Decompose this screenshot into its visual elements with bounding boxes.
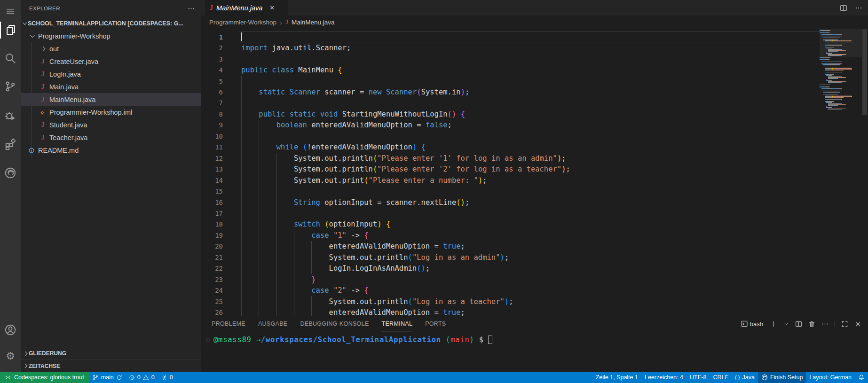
indent-guide <box>276 186 294 196</box>
line-number: 6 <box>201 88 223 96</box>
code-editor[interactable]: 12import java.util.Scanner;34public clas… <box>201 29 868 316</box>
indent-guide <box>276 241 294 252</box>
source-control-icon <box>4 80 16 93</box>
split-terminal-icon[interactable] <box>795 320 802 328</box>
sidebar-section-timeline[interactable]: ZEITACHSE <box>21 360 201 372</box>
indent-guide <box>294 274 311 285</box>
line-number: 12 <box>201 155 223 162</box>
run-debug-activity-item[interactable] <box>0 107 21 124</box>
line-number: 24 <box>201 287 223 294</box>
tree-item-teacher-java[interactable]: JTeacher.java <box>21 131 201 144</box>
code-line-14: 14System.out.print("Please enter a numbe… <box>201 175 570 186</box>
tree-item-createuser-java[interactable]: JCreateUser.java <box>21 55 201 68</box>
indent-guide <box>294 296 311 307</box>
line-number: 10 <box>201 133 223 140</box>
status-left: Codespaces: glorious troutmain000 <box>0 372 176 383</box>
indent-guide <box>311 241 329 252</box>
tree-item-label: Programmier-Workshop.iml <box>49 109 132 116</box>
tree-item-label: Teacher.java <box>49 134 87 141</box>
code-line-15: 15 <box>201 186 570 196</box>
indent-guide <box>241 131 259 141</box>
tree-item-login-java[interactable]: JLogIn.java <box>21 68 201 80</box>
eol-status[interactable]: CRLF <box>710 372 732 383</box>
terminal-box-icon <box>741 320 748 328</box>
layout-status[interactable]: Layout: German <box>806 372 855 383</box>
close-panel-icon[interactable] <box>854 320 861 328</box>
finish-setup-button[interactable]: Finish Setup <box>758 372 806 383</box>
tree-root-folder[interactable]: SCHOOL_TERMINALAPPLICATION [CODESPACES: … <box>21 17 201 30</box>
indentation-status[interactable]: Leerzeichen: 4 <box>641 372 687 383</box>
language-mode-status[interactable]: { }Java <box>732 372 758 383</box>
search-activity-item[interactable] <box>0 50 21 67</box>
panel-tab-debugging-konsole[interactable]: DEBUGGING-KONSOLE <box>300 316 369 331</box>
tree-item-programmier-workshop-iml[interactable]: Programmier-Workshop.iml <box>21 106 201 118</box>
tree-item-out[interactable]: out <box>21 42 201 55</box>
indent-guide <box>259 296 276 307</box>
vertical-scrollbar[interactable] <box>862 29 867 115</box>
indent-guide <box>294 230 311 241</box>
maximize-panel-icon[interactable] <box>841 320 848 328</box>
minimap[interactable] <box>820 29 862 110</box>
java-file-icon: J <box>39 134 47 141</box>
search-icon <box>4 52 16 64</box>
more-actions-icon[interactable] <box>855 4 862 12</box>
encoding-status[interactable]: UTF-8 <box>687 372 710 383</box>
split-editor-icon[interactable] <box>840 4 847 12</box>
line-number: 3 <box>201 55 223 63</box>
more-actions-icon[interactable] <box>188 5 195 12</box>
new-terminal-button[interactable] <box>770 320 777 328</box>
extensions-activity-item[interactable] <box>0 135 21 152</box>
code-line-12: 12System.out.println("Please enter '1' f… <box>201 153 570 164</box>
settings-gear-activity-item[interactable]: ⚙ <box>0 348 21 365</box>
git-branch-status[interactable]: main <box>89 372 126 383</box>
problems-status[interactable]: 00 <box>126 372 158 383</box>
panel-tab-terminal[interactable]: TERMINAL <box>382 316 413 331</box>
indent-guide <box>259 274 276 285</box>
terminal[interactable]: @msass89 →/workspaces/School_TerminalApp… <box>201 331 868 344</box>
shell-selector[interactable]: bash <box>741 320 764 328</box>
error-count: 0 <box>137 374 141 381</box>
editor-group: J MainMenu.java ✕ Programmier-Workshop ›… <box>201 0 868 372</box>
launch-profile-chevron-icon[interactable] <box>783 321 789 327</box>
info-icon <box>27 147 36 154</box>
breadcrumb-file[interactable]: MainMenu.java <box>292 19 335 26</box>
files-activity-item[interactable] <box>0 22 21 39</box>
account-activity-item[interactable] <box>0 321 21 338</box>
code-line-5: 5 <box>201 76 570 86</box>
tree-item-label: CreateUser.java <box>49 58 98 65</box>
tree-item-student-java[interactable]: JStudent.java <box>21 118 201 131</box>
panel-tab-ports[interactable]: PORTS <box>425 316 446 331</box>
code-line-21: 21System.out.println("Log in as an admin… <box>201 252 570 263</box>
notifications-bell[interactable] <box>855 372 868 383</box>
tree-item-mainmenu-java[interactable]: JMainMenu.java <box>21 93 201 106</box>
command-decoration-icon <box>205 337 211 343</box>
ports-status[interactable]: 0 <box>158 372 176 383</box>
kill-terminal-icon[interactable] <box>808 320 815 328</box>
root-folder-label: SCHOOL_TERMINALAPPLICATION [CODESPACES: … <box>28 20 183 27</box>
tree-item-programmier-workshop[interactable]: Programmier-Workshop <box>21 30 201 42</box>
indent-guide <box>311 263 329 274</box>
remote-indicator[interactable]: Codespaces: glorious trout <box>0 372 89 383</box>
cursor-position-status[interactable]: Zeile 1, Spalte 1 <box>592 372 641 383</box>
panel-tab-ausgabe[interactable]: AUSGABE <box>258 316 288 331</box>
line-number: 17 <box>201 210 223 217</box>
tab-mainmenu-java[interactable]: J MainMenu.java ✕ <box>205 0 288 16</box>
close-icon[interactable]: ✕ <box>269 4 275 11</box>
indent-guide <box>311 296 329 307</box>
indent-guide <box>241 230 259 241</box>
java-file-icon: J <box>39 58 47 65</box>
panel-tabs: PROBLEMEAUSGABEDEBUGGING-KONSOLETERMINAL… <box>212 316 458 331</box>
menu-activity-item[interactable] <box>0 3 21 20</box>
terminal-actions: bash <box>741 316 861 331</box>
sidebar-section-outline[interactable]: GLIEDERUNG <box>21 347 201 360</box>
github-activity-item[interactable] <box>0 164 21 181</box>
indent-guide <box>241 76 259 86</box>
source-control-activity-item[interactable] <box>0 78 21 95</box>
tree-item-readme-md[interactable]: README.md <box>21 144 201 156</box>
breadcrumb-folder[interactable]: Programmier-Workshop <box>209 19 276 26</box>
more-actions-icon[interactable] <box>821 320 829 328</box>
chevron-down-icon <box>30 33 34 38</box>
indent-guide <box>259 175 276 186</box>
tree-item-main-java[interactable]: JMain.java <box>21 80 201 93</box>
panel-tab-probleme[interactable]: PROBLEME <box>212 316 245 331</box>
